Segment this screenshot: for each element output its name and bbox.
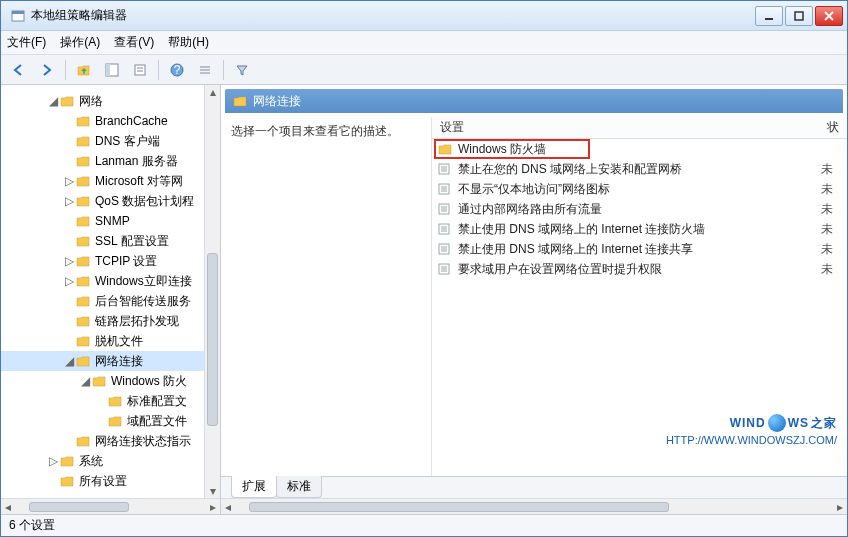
list-row[interactable]: 要求域用户在设置网络位置时提升权限未 xyxy=(432,259,847,279)
folder-icon xyxy=(75,435,91,447)
row-state: 未 xyxy=(821,261,841,278)
menu-view[interactable]: 查看(V) xyxy=(114,34,154,51)
folder-icon xyxy=(59,95,75,107)
folder-icon xyxy=(59,455,75,467)
tree-item[interactable]: ◢网络 xyxy=(1,91,220,111)
tree-item[interactable]: ▷TCPIP 设置 xyxy=(1,251,220,271)
row-name: 禁止使用 DNS 域网络上的 Internet 连接防火墙 xyxy=(458,221,815,238)
tree-item[interactable]: 后台智能传送服务 xyxy=(1,291,220,311)
svg-rect-7 xyxy=(106,64,110,76)
tree-item-label: Windows立即连接 xyxy=(95,273,192,290)
expander-icon[interactable]: ▷ xyxy=(63,274,75,288)
tree-item-label: SNMP xyxy=(95,214,130,228)
close-button[interactable] xyxy=(815,6,843,26)
tree-item-label: Microsoft 对等网 xyxy=(95,173,183,190)
folder-icon xyxy=(75,115,91,127)
statusbar: 6 个设置 xyxy=(1,514,847,536)
breadcrumb-label: 网络连接 xyxy=(253,93,301,110)
filter-button[interactable] xyxy=(230,58,254,82)
expander-icon[interactable]: ▷ xyxy=(63,254,75,268)
tab-extended[interactable]: 扩展 xyxy=(231,476,277,498)
tree-pane: ◢网络BranchCacheDNS 客户端Lanman 服务器▷Microsof… xyxy=(1,85,221,514)
row-state: 未 xyxy=(821,201,841,218)
tree-item[interactable]: BranchCache xyxy=(1,111,220,131)
tree-item[interactable]: ▷系统 xyxy=(1,451,220,471)
tabs-strip: 扩展 标准 xyxy=(221,476,847,498)
expander-icon[interactable]: ▷ xyxy=(63,194,75,208)
tree-item[interactable]: DNS 客户端 xyxy=(1,131,220,151)
folder-icon xyxy=(75,155,91,167)
app-icon xyxy=(11,9,25,23)
show-tree-button[interactable] xyxy=(100,58,124,82)
tree-item[interactable]: SNMP xyxy=(1,211,220,231)
folder-icon xyxy=(75,215,91,227)
column-header-name[interactable]: 设置 xyxy=(432,119,819,136)
properties-button[interactable] xyxy=(128,58,152,82)
tree-item[interactable]: 标准配置文 xyxy=(1,391,220,411)
back-button[interactable] xyxy=(7,58,31,82)
tab-standard[interactable]: 标准 xyxy=(276,476,322,498)
list-row[interactable]: 不显示“仅本地访问”网络图标未 xyxy=(432,179,847,199)
menu-file[interactable]: 文件(F) xyxy=(7,34,46,51)
tree-item[interactable]: ▷QoS 数据包计划程 xyxy=(1,191,220,211)
menu-help[interactable]: 帮助(H) xyxy=(168,34,209,51)
menu-action[interactable]: 操作(A) xyxy=(60,34,100,51)
setting-icon xyxy=(438,263,452,275)
setting-icon xyxy=(438,183,452,195)
folder-icon xyxy=(107,395,123,407)
tree-item-label: 链路层拓扑发现 xyxy=(95,313,179,330)
row-name: 要求域用户在设置网络位置时提升权限 xyxy=(458,261,815,278)
forward-button[interactable] xyxy=(35,58,59,82)
details-pane: 网络连接 选择一个项目来查看它的描述。 设置 状 Windows 防火墙禁止在您… xyxy=(221,85,847,514)
tree-item[interactable]: 域配置文件 xyxy=(1,411,220,431)
column-header-state[interactable]: 状 xyxy=(819,119,847,136)
list-mode-button[interactable] xyxy=(193,58,217,82)
help-button[interactable]: ? xyxy=(165,58,189,82)
tree-item[interactable]: ▷Windows立即连接 xyxy=(1,271,220,291)
tree-item[interactable]: 脱机文件 xyxy=(1,331,220,351)
expander-icon[interactable]: ◢ xyxy=(79,374,91,388)
svg-text:?: ? xyxy=(174,63,181,77)
minimize-button[interactable] xyxy=(755,6,783,26)
tree-item[interactable]: ▷Microsoft 对等网 xyxy=(1,171,220,191)
expander-icon[interactable]: ◢ xyxy=(63,354,75,368)
tree-item-label: 脱机文件 xyxy=(95,333,143,350)
list-row[interactable]: 禁止使用 DNS 域网络上的 Internet 连接防火墙未 xyxy=(432,219,847,239)
tree-item[interactable]: 链路层拓扑发现 xyxy=(1,311,220,331)
folder-icon xyxy=(233,94,247,108)
list-header: 设置 状 xyxy=(432,117,847,139)
expander-icon[interactable]: ◢ xyxy=(47,94,59,108)
expander-icon[interactable]: ▷ xyxy=(63,174,75,188)
tree-item[interactable]: 所有设置 xyxy=(1,471,220,491)
row-state: 未 xyxy=(821,241,841,258)
tree-item-label: Lanman 服务器 xyxy=(95,153,178,170)
tree-item[interactable]: ◢网络连接 xyxy=(1,351,220,371)
setting-icon xyxy=(438,203,452,215)
folder-icon xyxy=(91,375,107,387)
list-row[interactable]: Windows 防火墙 xyxy=(432,139,847,159)
tree-item-label: 后台智能传送服务 xyxy=(95,293,191,310)
tree-item[interactable]: SSL 配置设置 xyxy=(1,231,220,251)
tree-item-label: 网络连接状态指示 xyxy=(95,433,191,450)
setting-icon xyxy=(438,223,452,235)
tree-item[interactable]: 网络连接状态指示 xyxy=(1,431,220,451)
list-row[interactable]: 通过内部网络路由所有流量未 xyxy=(432,199,847,219)
toolbar-separator xyxy=(158,60,159,80)
tree-item[interactable]: Lanman 服务器 xyxy=(1,151,220,171)
titlebar: 本地组策略编辑器 xyxy=(1,1,847,31)
svg-rect-3 xyxy=(795,12,803,20)
tree-horizontal-scrollbar[interactable]: ◂▸ xyxy=(1,498,220,514)
tree-item-label: SSL 配置设置 xyxy=(95,233,169,250)
up-button[interactable] xyxy=(72,58,96,82)
row-name: Windows 防火墙 xyxy=(458,141,815,158)
maximize-button[interactable] xyxy=(785,6,813,26)
list-row[interactable]: 禁止使用 DNS 域网络上的 Internet 连接共享未 xyxy=(432,239,847,259)
tree-item[interactable]: ◢Windows 防火 xyxy=(1,371,220,391)
folder-icon xyxy=(107,415,123,427)
tree-vertical-scrollbar[interactable]: ▴ ▾ xyxy=(204,85,220,498)
list-row[interactable]: 禁止在您的 DNS 域网络上安装和配置网桥未 xyxy=(432,159,847,179)
details-horizontal-scrollbar[interactable]: ◂▸ xyxy=(221,498,847,514)
setting-icon xyxy=(438,163,452,175)
expander-icon[interactable]: ▷ xyxy=(47,454,59,468)
description-column: 选择一个项目来查看它的描述。 xyxy=(221,117,431,476)
